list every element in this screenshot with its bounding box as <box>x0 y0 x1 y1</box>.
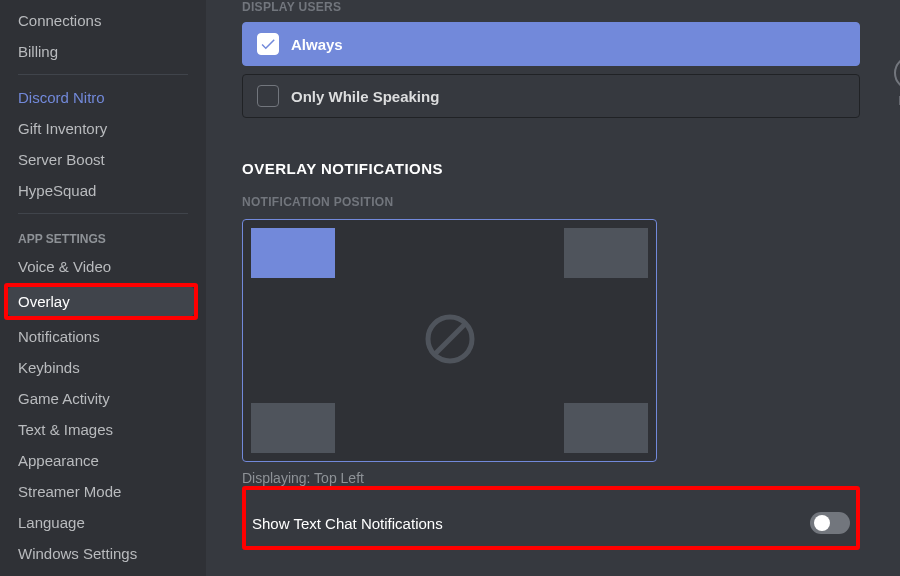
sidebar-item-text-images[interactable]: Text & Images <box>8 415 198 444</box>
highlight-toggle-row: Show Text Chat Notifications <box>242 486 860 550</box>
text-chat-notifications-row: Show Text Chat Notifications <box>246 500 856 546</box>
option-while-speaking[interactable]: Only While Speaking <box>242 74 860 118</box>
sidebar-item-connections[interactable]: Connections <box>8 6 198 35</box>
close-button[interactable] <box>894 56 900 90</box>
divider <box>18 74 188 75</box>
option-always[interactable]: Always <box>242 22 860 66</box>
sidebar-item-keybinds[interactable]: Keybinds <box>8 353 198 382</box>
option-while-speaking-label: Only While Speaking <box>291 88 439 105</box>
position-top-right[interactable] <box>564 228 648 278</box>
settings-sidebar: Connections Billing Discord Nitro Gift I… <box>0 0 206 576</box>
text-chat-notifications-toggle[interactable] <box>810 512 850 534</box>
sidebar-item-overlay[interactable]: Overlay <box>8 287 194 316</box>
sidebar-item-voice-video[interactable]: Voice & Video <box>8 252 198 281</box>
toggle-knob <box>814 515 830 531</box>
position-bottom-left[interactable] <box>251 403 335 453</box>
settings-content: DISPLAY USERS Always Only While Speaking… <box>206 0 900 576</box>
divider <box>18 213 188 214</box>
sidebar-item-nitro[interactable]: Discord Nitro <box>8 83 198 112</box>
overlay-notifications-heading: OVERLAY NOTIFICATIONS <box>242 160 860 177</box>
sidebar-item-game-activity[interactable]: Game Activity <box>8 384 198 413</box>
highlight-overlay-item: Overlay <box>4 283 198 320</box>
sidebar-item-language[interactable]: Language <box>8 508 198 537</box>
checkbox-icon <box>257 85 279 107</box>
sidebar-item-notifications[interactable]: Notifications <box>8 322 198 351</box>
sidebar-item-server-boost[interactable]: Server Boost <box>8 145 198 174</box>
display-users-label: DISPLAY USERS <box>242 0 860 14</box>
notification-position-label: NOTIFICATION POSITION <box>242 195 860 209</box>
disable-icon[interactable] <box>423 312 477 370</box>
toggle-label: Show Text Chat Notifications <box>252 515 443 532</box>
position-bottom-right[interactable] <box>564 403 648 453</box>
option-always-label: Always <box>291 36 343 53</box>
sidebar-item-windows-settings[interactable]: Windows Settings <box>8 539 198 568</box>
sidebar-header-app-settings: APP SETTINGS <box>8 222 198 250</box>
position-top-left[interactable] <box>251 228 335 278</box>
sidebar-item-appearance[interactable]: Appearance <box>8 446 198 475</box>
sidebar-item-billing[interactable]: Billing <box>8 37 198 66</box>
sidebar-item-gift-inventory[interactable]: Gift Inventory <box>8 114 198 143</box>
displaying-status: Displaying: Top Left <box>242 470 860 486</box>
sidebar-item-streamer-mode[interactable]: Streamer Mode <box>8 477 198 506</box>
sidebar-item-hypesquad[interactable]: HypeSquad <box>8 176 198 205</box>
checkbox-icon <box>257 33 279 55</box>
svg-line-1 <box>435 324 465 354</box>
notification-position-picker <box>242 219 657 462</box>
